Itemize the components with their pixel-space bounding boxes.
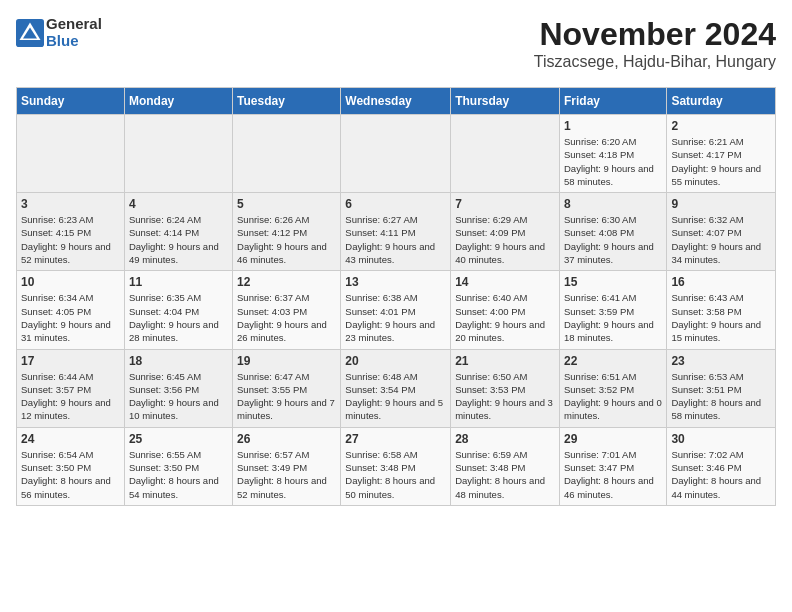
calendar-cell xyxy=(124,115,232,193)
calendar-cell: 29Sunrise: 7:01 AM Sunset: 3:47 PM Dayli… xyxy=(559,427,666,505)
weekday-header-wednesday: Wednesday xyxy=(341,88,451,115)
calendar-table: SundayMondayTuesdayWednesdayThursdayFrid… xyxy=(16,87,776,506)
calendar-cell: 25Sunrise: 6:55 AM Sunset: 3:50 PM Dayli… xyxy=(124,427,232,505)
calendar-cell: 10Sunrise: 6:34 AM Sunset: 4:05 PM Dayli… xyxy=(17,271,125,349)
day-number: 23 xyxy=(671,354,771,368)
day-info: Sunrise: 6:38 AM Sunset: 4:01 PM Dayligh… xyxy=(345,291,446,344)
day-number: 27 xyxy=(345,432,446,446)
day-number: 29 xyxy=(564,432,662,446)
day-info: Sunrise: 6:20 AM Sunset: 4:18 PM Dayligh… xyxy=(564,135,662,188)
day-info: Sunrise: 6:40 AM Sunset: 4:00 PM Dayligh… xyxy=(455,291,555,344)
calendar-cell: 23Sunrise: 6:53 AM Sunset: 3:51 PM Dayli… xyxy=(667,349,776,427)
day-number: 7 xyxy=(455,197,555,211)
calendar-body: 1Sunrise: 6:20 AM Sunset: 4:18 PM Daylig… xyxy=(17,115,776,506)
day-info: Sunrise: 6:41 AM Sunset: 3:59 PM Dayligh… xyxy=(564,291,662,344)
day-info: Sunrise: 6:55 AM Sunset: 3:50 PM Dayligh… xyxy=(129,448,228,501)
day-info: Sunrise: 6:35 AM Sunset: 4:04 PM Dayligh… xyxy=(129,291,228,344)
calendar-cell: 4Sunrise: 6:24 AM Sunset: 4:14 PM Daylig… xyxy=(124,193,232,271)
calendar-week-row: 1Sunrise: 6:20 AM Sunset: 4:18 PM Daylig… xyxy=(17,115,776,193)
calendar-cell: 17Sunrise: 6:44 AM Sunset: 3:57 PM Dayli… xyxy=(17,349,125,427)
day-info: Sunrise: 6:43 AM Sunset: 3:58 PM Dayligh… xyxy=(671,291,771,344)
day-number: 21 xyxy=(455,354,555,368)
calendar-cell: 13Sunrise: 6:38 AM Sunset: 4:01 PM Dayli… xyxy=(341,271,451,349)
calendar-cell: 2Sunrise: 6:21 AM Sunset: 4:17 PM Daylig… xyxy=(667,115,776,193)
calendar-cell: 9Sunrise: 6:32 AM Sunset: 4:07 PM Daylig… xyxy=(667,193,776,271)
logo-general: General xyxy=(46,16,102,33)
top-bar: General Blue November 2024 Tiszacsege, H… xyxy=(16,16,776,79)
day-info: Sunrise: 7:02 AM Sunset: 3:46 PM Dayligh… xyxy=(671,448,771,501)
generalblue-icon xyxy=(16,19,44,47)
calendar-cell: 27Sunrise: 6:58 AM Sunset: 3:48 PM Dayli… xyxy=(341,427,451,505)
calendar-cell: 12Sunrise: 6:37 AM Sunset: 4:03 PM Dayli… xyxy=(233,271,341,349)
month-year: November 2024 xyxy=(534,16,776,53)
calendar-cell: 7Sunrise: 6:29 AM Sunset: 4:09 PM Daylig… xyxy=(451,193,560,271)
day-number: 16 xyxy=(671,275,771,289)
weekday-header-sunday: Sunday xyxy=(17,88,125,115)
weekday-header-friday: Friday xyxy=(559,88,666,115)
calendar-cell: 22Sunrise: 6:51 AM Sunset: 3:52 PM Dayli… xyxy=(559,349,666,427)
calendar-cell: 20Sunrise: 6:48 AM Sunset: 3:54 PM Dayli… xyxy=(341,349,451,427)
day-info: Sunrise: 6:50 AM Sunset: 3:53 PM Dayligh… xyxy=(455,370,555,423)
day-info: Sunrise: 6:53 AM Sunset: 3:51 PM Dayligh… xyxy=(671,370,771,423)
calendar-cell: 3Sunrise: 6:23 AM Sunset: 4:15 PM Daylig… xyxy=(17,193,125,271)
weekday-header-thursday: Thursday xyxy=(451,88,560,115)
calendar-cell xyxy=(341,115,451,193)
day-number: 14 xyxy=(455,275,555,289)
day-number: 12 xyxy=(237,275,336,289)
day-number: 30 xyxy=(671,432,771,446)
weekday-header-saturday: Saturday xyxy=(667,88,776,115)
weekday-header-tuesday: Tuesday xyxy=(233,88,341,115)
calendar-cell: 14Sunrise: 6:40 AM Sunset: 4:00 PM Dayli… xyxy=(451,271,560,349)
calendar-cell xyxy=(233,115,341,193)
calendar-cell: 16Sunrise: 6:43 AM Sunset: 3:58 PM Dayli… xyxy=(667,271,776,349)
logo-text: General Blue xyxy=(46,16,102,49)
day-info: Sunrise: 6:47 AM Sunset: 3:55 PM Dayligh… xyxy=(237,370,336,423)
day-number: 11 xyxy=(129,275,228,289)
day-number: 26 xyxy=(237,432,336,446)
day-number: 10 xyxy=(21,275,120,289)
calendar-cell: 1Sunrise: 6:20 AM Sunset: 4:18 PM Daylig… xyxy=(559,115,666,193)
day-info: Sunrise: 6:27 AM Sunset: 4:11 PM Dayligh… xyxy=(345,213,446,266)
title-section: November 2024 Tiszacsege, Hajdu-Bihar, H… xyxy=(534,16,776,71)
calendar-cell xyxy=(17,115,125,193)
calendar-cell: 21Sunrise: 6:50 AM Sunset: 3:53 PM Dayli… xyxy=(451,349,560,427)
calendar-week-row: 3Sunrise: 6:23 AM Sunset: 4:15 PM Daylig… xyxy=(17,193,776,271)
day-number: 6 xyxy=(345,197,446,211)
day-info: Sunrise: 6:29 AM Sunset: 4:09 PM Dayligh… xyxy=(455,213,555,266)
day-info: Sunrise: 6:48 AM Sunset: 3:54 PM Dayligh… xyxy=(345,370,446,423)
day-number: 18 xyxy=(129,354,228,368)
day-info: Sunrise: 6:57 AM Sunset: 3:49 PM Dayligh… xyxy=(237,448,336,501)
calendar-cell: 8Sunrise: 6:30 AM Sunset: 4:08 PM Daylig… xyxy=(559,193,666,271)
calendar-week-row: 24Sunrise: 6:54 AM Sunset: 3:50 PM Dayli… xyxy=(17,427,776,505)
day-number: 4 xyxy=(129,197,228,211)
calendar-cell: 18Sunrise: 6:45 AM Sunset: 3:56 PM Dayli… xyxy=(124,349,232,427)
calendar-cell: 26Sunrise: 6:57 AM Sunset: 3:49 PM Dayli… xyxy=(233,427,341,505)
day-info: Sunrise: 6:58 AM Sunset: 3:48 PM Dayligh… xyxy=(345,448,446,501)
day-info: Sunrise: 6:54 AM Sunset: 3:50 PM Dayligh… xyxy=(21,448,120,501)
day-number: 28 xyxy=(455,432,555,446)
day-number: 5 xyxy=(237,197,336,211)
calendar-cell: 11Sunrise: 6:35 AM Sunset: 4:04 PM Dayli… xyxy=(124,271,232,349)
day-info: Sunrise: 6:51 AM Sunset: 3:52 PM Dayligh… xyxy=(564,370,662,423)
day-info: Sunrise: 6:44 AM Sunset: 3:57 PM Dayligh… xyxy=(21,370,120,423)
day-number: 13 xyxy=(345,275,446,289)
calendar-cell: 19Sunrise: 6:47 AM Sunset: 3:55 PM Dayli… xyxy=(233,349,341,427)
day-number: 24 xyxy=(21,432,120,446)
day-number: 17 xyxy=(21,354,120,368)
day-info: Sunrise: 6:34 AM Sunset: 4:05 PM Dayligh… xyxy=(21,291,120,344)
day-number: 2 xyxy=(671,119,771,133)
calendar-week-row: 17Sunrise: 6:44 AM Sunset: 3:57 PM Dayli… xyxy=(17,349,776,427)
logo: General Blue xyxy=(16,16,102,49)
calendar-cell: 15Sunrise: 6:41 AM Sunset: 3:59 PM Dayli… xyxy=(559,271,666,349)
day-number: 25 xyxy=(129,432,228,446)
day-info: Sunrise: 6:24 AM Sunset: 4:14 PM Dayligh… xyxy=(129,213,228,266)
calendar-cell: 5Sunrise: 6:26 AM Sunset: 4:12 PM Daylig… xyxy=(233,193,341,271)
calendar-cell: 30Sunrise: 7:02 AM Sunset: 3:46 PM Dayli… xyxy=(667,427,776,505)
day-number: 22 xyxy=(564,354,662,368)
day-number: 1 xyxy=(564,119,662,133)
calendar-cell: 24Sunrise: 6:54 AM Sunset: 3:50 PM Dayli… xyxy=(17,427,125,505)
calendar-cell: 6Sunrise: 6:27 AM Sunset: 4:11 PM Daylig… xyxy=(341,193,451,271)
day-number: 8 xyxy=(564,197,662,211)
day-info: Sunrise: 6:59 AM Sunset: 3:48 PM Dayligh… xyxy=(455,448,555,501)
day-info: Sunrise: 6:26 AM Sunset: 4:12 PM Dayligh… xyxy=(237,213,336,266)
